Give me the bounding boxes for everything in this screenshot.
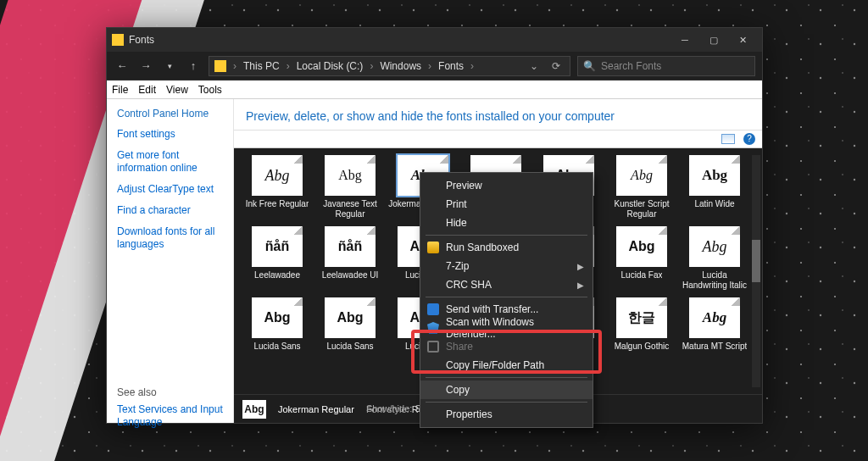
font-thumb: ñåñ [252,226,303,267]
maximize-button[interactable]: ▢ [699,31,728,49]
font-tile[interactable]: AbgLucida Handwriting Italic [680,226,749,292]
context-menu-label: CRC SHA [446,279,492,291]
context-menu-item[interactable]: Scan with Windows Defender... [420,319,593,337]
font-thumb: Abg [689,297,740,338]
view-options-button[interactable] [721,134,735,144]
context-menu-label: 7-Zip [446,260,469,272]
breadcrumb-part[interactable]: Local Disk (C:) [297,60,364,72]
context-menu-separator [426,297,587,297]
context-menu-item: Share [420,337,593,356]
page-title: Preview, delete, or show and hide the fo… [234,99,762,130]
context-menu-item[interactable]: Properties [420,405,593,424]
font-thumb: Abg [325,155,376,196]
font-name: Leelawadee [254,270,300,292]
font-name: Latin Wide [694,199,734,221]
context-menu-label: Hide [446,217,467,229]
titlebar[interactable]: Fonts ─ ▢ ✕ [107,28,762,52]
font-tile[interactable]: AbgJavanese Text Regular [315,155,385,221]
scrollbar-thumb[interactable] [752,240,760,282]
up-button[interactable]: ↑ [185,59,202,72]
shield-icon [427,322,439,334]
search-placeholder: Search Fonts [601,60,661,72]
search-input[interactable]: 🔍 Search Fonts [577,56,755,76]
breadcrumb-part[interactable]: Fonts [438,60,464,72]
font-tile[interactable]: AbgMatura MT Script [680,297,749,364]
context-menu-label: Run Sandboxed [446,242,519,253]
sidebar-home[interactable]: Control Panel Home [117,108,223,119]
menu-tools[interactable]: Tools [198,84,222,96]
font-tile[interactable]: AbgLatin Wide [680,155,749,221]
recent-dropdown[interactable]: ▾ [161,62,178,70]
font-name: Malgun Gothic [615,342,669,364]
menubar: File Edit View Tools [107,81,762,99]
sidebar-link[interactable]: Text Services and Input Language [117,403,223,429]
context-menu-item[interactable]: CRC SHA▶ [420,275,593,294]
search-icon: 🔍 [583,60,596,72]
menu-view[interactable]: View [166,84,188,96]
details-name: Jokerman Regular [278,404,354,414]
sidebar-link[interactable]: Adjust ClearType text [117,183,223,196]
details-thumb: Abg [242,400,266,419]
font-tile[interactable]: AbgKunstler Script Regular [607,155,676,221]
sidebar-link[interactable]: Find a character [117,204,223,217]
context-menu-separator [426,235,587,236]
context-menu-label: Send with Transfer... [446,303,538,315]
context-menu-item[interactable]: Preview [420,176,593,195]
font-tile[interactable]: AbgLucida Fax [607,226,676,292]
font-thumb: Abg [252,155,303,196]
menu-file[interactable]: File [112,84,128,96]
forward-button[interactable]: → [137,59,154,72]
yellow-icon [427,242,439,253]
context-menu-item[interactable]: Print [420,195,593,214]
refresh-button[interactable]: ⟳ [548,60,565,72]
sidebar-link[interactable]: Font settings [117,128,223,141]
seealso-header: See also [117,386,223,398]
sidebar-link[interactable]: Download fonts for all languages [117,225,223,251]
context-menu-label: Copy File/Folder Path [446,359,544,371]
font-thumb: Abg [616,226,667,267]
font-name: Lucida Fax [621,270,663,292]
minimize-button[interactable]: ─ [670,31,699,49]
folder-icon [214,60,226,72]
content-toolbar: ? [234,130,762,148]
details-label: Show/hide: [366,403,412,414]
sidebar-link[interactable]: Get more font information online [117,149,223,175]
submenu-arrow-icon: ▶ [577,280,584,290]
font-tile[interactable]: ñåñLeelawadee UI [315,226,385,292]
breadcrumb[interactable]: › This PC› Local Disk (C:)› Windows› Fon… [209,56,570,76]
font-thumb: Abg [616,155,667,196]
font-name: Lucida Handwriting Italic [680,270,749,292]
font-tile[interactable]: AbgLucida Sans [315,297,385,364]
font-tile[interactable]: AbgInk Free Regular [242,155,312,221]
help-button[interactable]: ? [743,133,755,145]
context-menu-label: Properties [446,408,492,420]
font-thumb: Abg [252,297,303,338]
close-button[interactable]: ✕ [728,31,757,49]
context-menu-label: Print [446,198,467,210]
context-menu-item[interactable]: Run Sandboxed [420,238,593,257]
context-menu-item[interactable]: 7-Zip▶ [420,257,593,275]
window-title: Fonts [129,34,154,46]
context-menu: PreviewPrintHideRun Sandboxed7-Zip▶CRC S… [420,172,593,428]
folder-icon [112,34,124,46]
font-tile[interactable]: AbgLucida Sans [242,297,312,364]
font-tile[interactable]: ñåñLeelawadee [242,226,312,292]
context-menu-separator [426,377,587,378]
breadcrumb-part[interactable]: Windows [380,60,421,72]
context-menu-item[interactable]: Copy File/Folder Path [420,356,593,375]
breadcrumb-part[interactable]: This PC [243,60,280,72]
context-menu-separator [426,402,587,403]
back-button[interactable]: ← [114,59,131,72]
font-name: Lucida Sans [253,342,300,364]
context-menu-item[interactable]: Hide [420,214,593,232]
font-thumb: 한글 [616,297,667,338]
font-name: Javanese Text Regular [315,199,385,221]
submenu-arrow-icon: ▶ [577,262,584,271]
font-name: Lucida Sans [326,342,373,364]
scrollbar[interactable] [752,155,760,387]
context-menu-item[interactable]: Copy [420,380,593,399]
menu-edit[interactable]: Edit [138,84,156,96]
breadcrumb-history[interactable]: ⌄ [526,60,542,72]
font-tile[interactable]: 한글Malgun Gothic [607,297,676,364]
font-thumb: ñåñ [325,226,376,267]
